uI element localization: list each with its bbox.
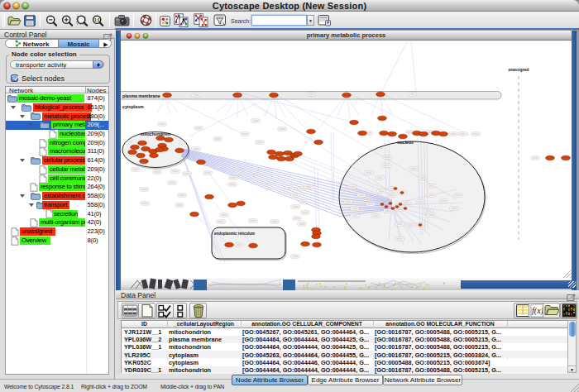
svg-text:1:1: 1:1	[94, 18, 100, 22]
svg-text:plasma membrane: plasma membrane	[122, 93, 160, 98]
svg-text:unassigned: unassigned	[508, 68, 529, 72]
svg-text:mitochondrion: mitochondrion	[141, 131, 170, 136]
svg-text:endoplasmic reticulum: endoplasmic reticulum	[214, 232, 255, 236]
svg-text:cytoplasm: cytoplasm	[122, 104, 144, 109]
svg-text:f(x): f(x)	[532, 306, 544, 316]
svg-text:nucleus: nucleus	[397, 140, 414, 145]
